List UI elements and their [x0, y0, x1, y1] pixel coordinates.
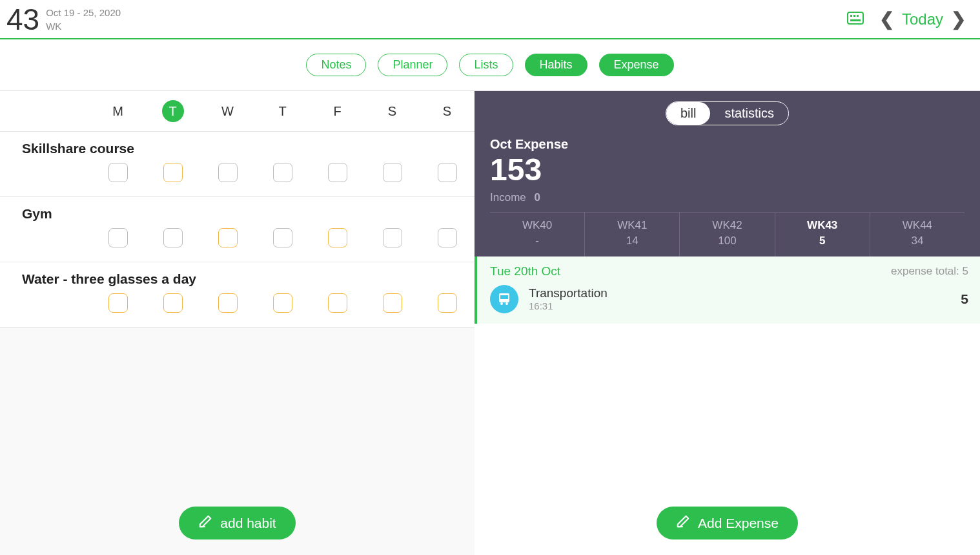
habit-checkbox[interactable] — [438, 228, 457, 247]
tab-notes[interactable]: Notes — [306, 54, 366, 76]
habit-checkbox[interactable] — [383, 293, 402, 313]
day-header-t-1[interactable]: T — [145, 100, 200, 122]
habit-checkbox[interactable] — [163, 228, 183, 247]
tab-habits[interactable]: Habits — [525, 54, 587, 76]
habit-checkbox[interactable] — [218, 293, 238, 313]
day-header-f-4[interactable]: F — [310, 100, 365, 122]
day-header-t-3[interactable]: T — [255, 100, 310, 122]
habits-panel: MTWTFSS Skillshare courseGymWater - thre… — [0, 91, 475, 555]
habit-checkbox[interactable] — [218, 228, 238, 247]
tab-expense[interactable]: Expense — [599, 54, 674, 76]
toggle-statistics[interactable]: statistics — [710, 102, 788, 125]
add-expense-button[interactable]: Add Expense — [657, 507, 798, 539]
habit-row: Gym — [0, 197, 475, 262]
expense-time: 16:31 — [529, 300, 950, 311]
prev-week-icon[interactable]: ❮ — [879, 8, 894, 30]
month-expense-label: Oct Expense — [490, 137, 965, 152]
habit-title: Skillshare course — [22, 141, 475, 156]
income-value: 0 — [534, 191, 540, 204]
day-header-s-6[interactable]: S — [420, 100, 475, 122]
add-expense-label: Add Expense — [698, 516, 779, 531]
bus-icon — [490, 285, 518, 313]
today-button[interactable]: Today — [902, 10, 943, 28]
svg-rect-1 — [850, 15, 852, 17]
next-week-icon[interactable]: ❯ — [951, 8, 966, 30]
habit-checkbox[interactable] — [328, 228, 347, 247]
habit-checkbox[interactable] — [383, 228, 402, 247]
wk-label: WK — [46, 19, 121, 33]
habit-checkbox[interactable] — [273, 293, 292, 313]
week-wk44[interactable]: WK4434 — [870, 213, 965, 257]
expense-day-total: expense total: 5 — [891, 265, 968, 278]
expense-day-date: Tue 20th Oct — [490, 264, 560, 278]
svg-rect-6 — [500, 295, 508, 299]
habit-row: Water - three glasses a day — [0, 262, 475, 328]
habit-checkbox[interactable] — [218, 163, 238, 182]
tab-lists[interactable]: Lists — [459, 54, 513, 76]
svg-rect-0 — [848, 12, 863, 24]
pencil-icon — [676, 514, 690, 532]
habit-title: Gym — [22, 206, 475, 222]
expense-toggle: bill statistics — [490, 101, 965, 125]
day-header: MTWTFSS — [0, 91, 475, 132]
nav-group: ❮ Today ❯ — [879, 8, 966, 30]
habit-checkbox[interactable] — [438, 163, 457, 182]
habit-checkbox[interactable] — [328, 293, 347, 313]
add-habit-label: add habit — [220, 516, 276, 531]
week-wk40[interactable]: WK40- — [490, 213, 585, 257]
expense-day-section: Tue 20th Oct expense total: 5 Transporta… — [475, 257, 980, 324]
header: 43 Oct 19 - 25, 2020 WK ❮ Today ❯ — [0, 0, 980, 39]
expense-category: Transportation — [529, 286, 950, 300]
habit-checkbox[interactable] — [163, 163, 183, 182]
keyboard-icon[interactable] — [847, 12, 864, 27]
toggle-bill[interactable]: bill — [666, 102, 710, 125]
tabs-row: Notes Planner Lists Habits Expense — [0, 39, 980, 91]
day-header-s-5[interactable]: S — [365, 100, 420, 122]
habit-checkbox[interactable] — [108, 163, 128, 182]
habit-checkbox[interactable] — [383, 163, 402, 182]
expense-panel: bill statistics Oct Expense 153 Income 0… — [475, 91, 980, 555]
habit-checkbox[interactable] — [108, 228, 128, 247]
day-header-m-0[interactable]: M — [90, 100, 145, 122]
day-header-w-2[interactable]: W — [200, 100, 255, 122]
habit-checkbox[interactable] — [108, 293, 128, 313]
habit-checkbox[interactable] — [273, 228, 292, 247]
week-wk42[interactable]: WK42100 — [680, 213, 775, 257]
habit-checkbox[interactable] — [163, 293, 183, 313]
tab-planner[interactable]: Planner — [378, 54, 447, 76]
habit-checkbox[interactable] — [438, 293, 457, 313]
expense-entry[interactable]: Transportation 16:31 5 — [490, 285, 968, 313]
habit-checkbox[interactable] — [273, 163, 292, 182]
add-habit-button[interactable]: add habit — [179, 507, 295, 539]
income-label: Income — [490, 191, 526, 204]
income-row: Income 0 — [490, 191, 965, 204]
pencil-icon — [198, 514, 212, 532]
weeks-strip: WK40-WK4114WK42100WK435WK4434 — [490, 212, 965, 257]
svg-rect-3 — [857, 15, 859, 17]
svg-rect-4 — [850, 19, 861, 21]
expense-amount: 5 — [961, 291, 968, 307]
week-number: 43 — [6, 5, 39, 34]
svg-rect-2 — [853, 15, 855, 17]
month-expense-total: 153 — [490, 153, 965, 187]
date-range: Oct 19 - 25, 2020 — [46, 6, 121, 19]
week-wk43[interactable]: WK435 — [775, 213, 870, 257]
svg-point-7 — [500, 302, 503, 305]
habit-row: Skillshare course — [0, 132, 475, 197]
svg-point-8 — [505, 302, 508, 305]
habit-checkbox[interactable] — [328, 163, 347, 182]
header-right: ❮ Today ❯ — [847, 8, 966, 30]
header-meta: Oct 19 - 25, 2020 WK — [46, 6, 121, 33]
habit-title: Water - three glasses a day — [22, 271, 475, 287]
week-wk41[interactable]: WK4114 — [585, 213, 680, 257]
